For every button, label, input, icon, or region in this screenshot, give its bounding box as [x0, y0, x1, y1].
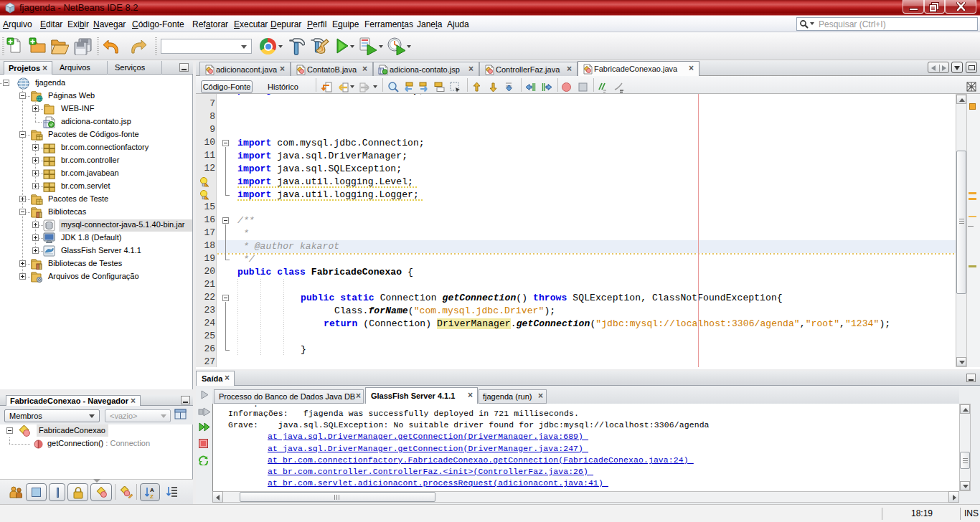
svg-text:Z: Z — [150, 493, 154, 500]
svg-text:A: A — [150, 487, 154, 493]
svg-text:!: ! — [206, 196, 207, 200]
svg-text:!: ! — [206, 183, 207, 187]
